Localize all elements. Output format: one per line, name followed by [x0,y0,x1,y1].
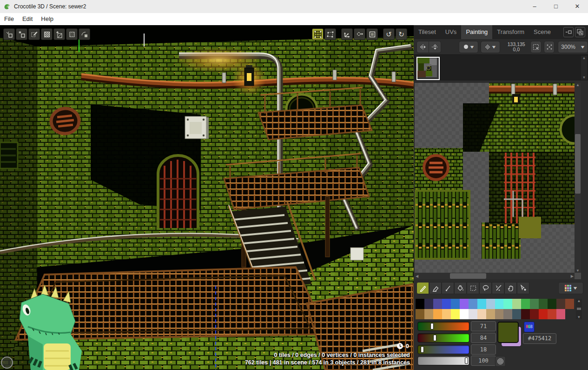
palette-swatch[interactable] [565,299,574,309]
lasso-tool-button[interactable] [479,282,492,294]
marquee-mode-button[interactable] [530,41,542,53]
curve-tool-button[interactable] [79,28,90,40]
tileset-thumbnail-selected[interactable] [416,57,440,80]
palette-swatch[interactable] [521,299,530,309]
alpha-slider[interactable] [417,356,469,365]
palette-swatch[interactable] [495,299,504,309]
shade-tile-button[interactable] [66,28,78,40]
palette-swatch[interactable] [469,309,477,319]
red-value[interactable]: 71 [471,321,496,331]
palette-swatch[interactable] [416,299,424,309]
palette-swatch[interactable] [503,309,512,319]
palette-swatch[interactable] [460,299,469,309]
texture-vertical-scroll-thumb[interactable] [575,134,581,194]
palette-picker-dropdown[interactable]: ▼ [558,282,583,294]
marquee-tool-button[interactable] [467,282,479,294]
palette-swatch[interactable] [442,299,451,309]
alpha-value[interactable]: 100 [471,356,496,366]
vertex-cage-button[interactable] [324,28,336,40]
zoom-level-dropdown[interactable]: 300%▼ [558,41,588,53]
maximize-button[interactable]: □ [545,0,567,13]
grid-snap-button[interactable] [312,28,324,40]
palette-swatch[interactable] [424,299,433,309]
palette-swatch[interactable] [530,299,539,309]
palette-swatch[interactable] [512,299,521,309]
dither-pattern-dropdown[interactable]: ▼ [481,41,500,53]
palette-swatch[interactable] [486,309,495,319]
line-tool-button[interactable] [442,282,454,294]
palette-swatch[interactable] [469,299,477,309]
tab-transform[interactable]: Transform [492,25,529,39]
rect-select-button[interactable] [366,28,378,40]
texture-horizontal-scrollbar[interactable]: ◀▶ [415,273,575,279]
tab-uvs[interactable]: UVs [441,25,462,39]
flip-horizontal-button[interactable] [416,41,429,53]
texture-horizontal-scroll-thumb[interactable] [450,273,486,279]
palette-swatch[interactable] [503,299,512,309]
minimize-button[interactable]: – [524,0,545,13]
palette-swatch[interactable] [433,299,442,309]
palette-swatch[interactable] [521,309,530,319]
palette-swatch[interactable] [556,309,565,319]
fill-tool-button[interactable] [454,282,467,294]
green-value[interactable]: 84 [471,333,496,343]
palette-swatch[interactable] [495,309,504,319]
palette-swatch[interactable] [539,299,548,309]
palette-swatch[interactable] [477,309,486,319]
translate-button[interactable] [341,28,353,40]
red-slider-handle[interactable] [430,323,434,330]
palette-scrollbar[interactable]: ▲▼ [576,299,582,319]
blue-value[interactable]: 18 [471,344,496,355]
pixel-grid-button[interactable] [544,41,555,53]
painting-canvas-view[interactable]: ▲▼ ◀▶ [415,83,581,279]
rgb-mode-button[interactable]: RGB [524,322,535,332]
weld-target-button[interactable] [16,28,27,40]
blue-slider[interactable] [417,345,469,354]
close-button[interactable]: ✕ [567,0,588,13]
pan-tool-button[interactable] [504,282,517,294]
draw-tile-button[interactable] [28,28,40,40]
merge-vertices-button[interactable] [3,28,15,40]
rotate-cw-button[interactable]: ↻ [396,28,407,40]
palette-swatch[interactable] [548,299,556,309]
panel-layout-button[interactable] [575,27,585,37]
menu-edit[interactable]: Edit [18,13,37,25]
palette-swatch[interactable] [416,309,424,319]
rotate-ccw-button[interactable]: ↺ [383,28,395,40]
3d-viewport[interactable]: ↺ ↻ 0 0 tiles / 0 edges / 0 vertices / 0… [0,25,414,370]
primary-color-swatch[interactable] [497,322,519,343]
tab-tileset[interactable]: Tileset [414,25,441,39]
flip-vertical-button[interactable] [429,41,441,53]
green-slider[interactable] [417,333,469,343]
move-selection-tool-button[interactable] [517,282,529,294]
palette-swatch[interactable] [433,309,442,319]
dither-toggle-button[interactable] [495,356,506,367]
pencil-tool-button[interactable] [416,282,429,294]
menu-help[interactable]: Help [37,13,58,25]
menu-file[interactable]: File [0,13,18,25]
palette-swatch[interactable] [530,309,539,319]
palette-swatch[interactable] [451,299,460,309]
red-slider[interactable] [417,322,469,331]
palette-swatch[interactable] [539,309,548,319]
texture-canvas[interactable] [415,83,575,273]
thumbnail-scrollbar[interactable]: ▲▼ [581,56,587,80]
magic-wand-tool-button[interactable] [492,282,504,294]
brush-shape-dropdown[interactable]: ▼ [459,41,478,53]
illuminate-button[interactable] [53,28,65,40]
palette-swatch[interactable] [442,309,451,319]
orbit-widget[interactable] [1,357,13,369]
alpha-slider-handle[interactable] [465,357,468,364]
eraser-tool-button[interactable] [429,282,442,294]
palette-swatch[interactable] [424,309,433,319]
palette-swatch[interactable] [512,309,521,319]
palette-swatch[interactable] [451,309,460,319]
undock-panel-button[interactable] [563,27,574,37]
snap-translate-button[interactable] [354,28,365,40]
palette-swatch[interactable] [460,309,469,319]
blue-slider-handle[interactable] [421,346,424,353]
palette-swatch[interactable] [486,299,495,309]
pattern-fill-button[interactable] [41,28,53,40]
tab-painting[interactable]: Painting [461,25,492,39]
palette-swatch[interactable] [477,299,486,309]
